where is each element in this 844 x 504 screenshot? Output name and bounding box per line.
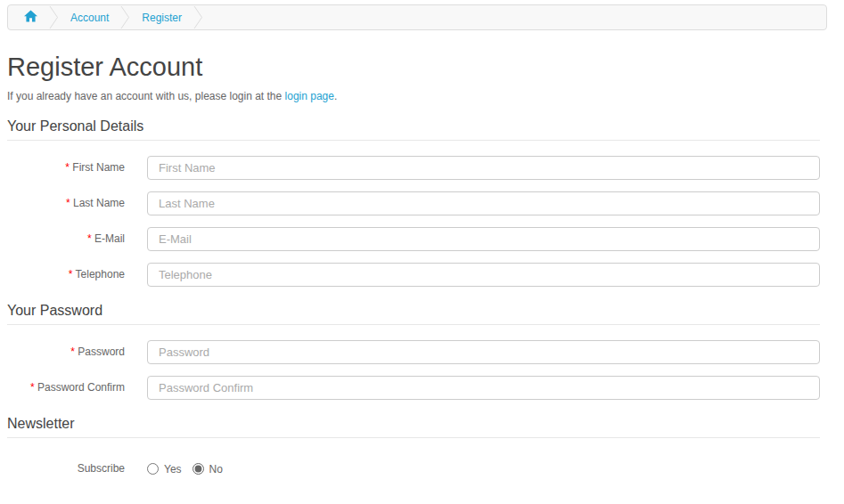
password-label: * Password	[7, 340, 125, 364]
required-asterisk: *	[65, 161, 70, 174]
telephone-input[interactable]	[147, 263, 820, 287]
form-row-last-name: * Last Name	[7, 191, 820, 215]
password-confirm-input[interactable]	[147, 376, 820, 400]
section-title-newsletter: Newsletter	[7, 416, 820, 438]
subscribe-yes-radio[interactable]	[147, 463, 159, 475]
subscribe-no-radio[interactable]	[193, 463, 204, 475]
breadcrumb-item-register[interactable]: Register	[142, 12, 182, 24]
login-hint: If you already have an account with us, …	[7, 90, 820, 102]
form-row-email: * E-Mail	[7, 227, 820, 251]
login-hint-text: If you already have an account with us, …	[7, 90, 282, 102]
last-name-input[interactable]	[147, 191, 820, 215]
section-title-password: Your Password	[7, 303, 820, 325]
subscribe-radio-group: Yes No	[147, 463, 234, 476]
first-name-input[interactable]	[147, 156, 820, 180]
breadcrumb-item-account[interactable]: Account	[70, 12, 109, 24]
subscribe-no-option[interactable]: No	[193, 463, 223, 476]
form-row-subscribe: Subscribe Yes No	[7, 457, 820, 481]
email-input[interactable]	[147, 227, 820, 251]
chevron-right-icon	[193, 5, 203, 29]
subscribe-no-label: No	[209, 463, 223, 476]
first-name-label: * First Name	[7, 156, 125, 180]
main-content: Register Account If you already have an …	[7, 53, 820, 504]
form-row-password-confirm: * Password Confirm	[7, 376, 820, 400]
password-input[interactable]	[147, 340, 820, 364]
subscribe-yes-option[interactable]: Yes	[147, 463, 182, 476]
required-asterisk: *	[70, 345, 75, 358]
breadcrumb-home-link[interactable]	[24, 10, 37, 26]
subscribe-label: Subscribe	[7, 457, 125, 481]
login-hint-suffix: .	[334, 90, 337, 102]
subscribe-yes-label: Yes	[164, 463, 182, 476]
required-asterisk: *	[87, 232, 92, 245]
last-name-label: * Last Name	[7, 191, 125, 215]
chevron-right-icon	[120, 5, 130, 29]
required-asterisk: *	[66, 197, 70, 209]
form-row-password: * Password	[7, 340, 820, 364]
email-label: * E-Mail	[7, 227, 125, 251]
telephone-label: * Telephone	[7, 263, 125, 287]
required-asterisk: *	[69, 268, 73, 280]
form-row-telephone: * Telephone	[7, 263, 820, 287]
section-title-personal-details: Your Personal Details	[7, 118, 820, 141]
home-icon	[24, 10, 37, 26]
login-page-link[interactable]: login page	[285, 90, 334, 102]
form-row-first-name: * First Name	[7, 156, 820, 180]
breadcrumb: Account Register	[7, 4, 827, 30]
chevron-right-icon	[49, 5, 59, 29]
required-asterisk: *	[30, 381, 35, 394]
password-confirm-label: * Password Confirm	[7, 376, 125, 400]
page-title: Register Account	[7, 53, 820, 82]
